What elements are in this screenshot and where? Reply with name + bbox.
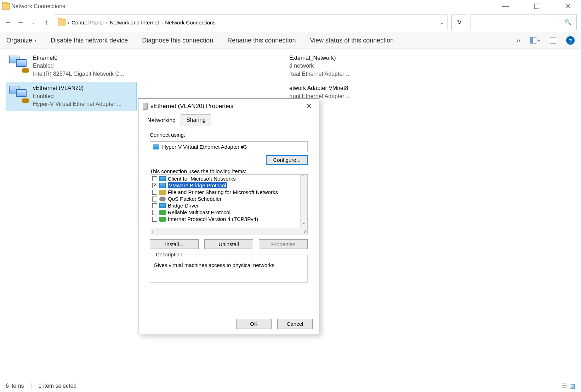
breadcrumb-history-dropdown[interactable]: ⌄ xyxy=(440,19,444,25)
tab-sharing[interactable]: Sharing xyxy=(181,114,211,126)
network-connections-icon xyxy=(2,3,10,10)
tab-networking[interactable]: Networking xyxy=(142,115,181,126)
gear-icon xyxy=(159,197,166,201)
breadcrumb-icon xyxy=(58,19,65,25)
cancel-button[interactable]: Cancel xyxy=(277,319,313,329)
connect-using-value: Hyper-V Virtual Ethernet Adapter #3 xyxy=(162,144,247,150)
checkbox[interactable] xyxy=(152,203,157,208)
connection-status: Enabled xyxy=(33,92,122,100)
connection-device: rtual Ethernet Adapter ... xyxy=(289,70,351,78)
checkbox[interactable] xyxy=(152,210,157,215)
breadcrumb-bar[interactable]: › Control Panel › Network and Internet ›… xyxy=(54,15,448,30)
icons-view-button[interactable]: ▦ xyxy=(569,382,575,390)
list-item[interactable]: Client for Microsoft Networks xyxy=(150,175,307,182)
connection-item-vlan20[interactable]: vEthernet (VLAN20) Enabled Hyper-V Virtu… xyxy=(6,82,137,110)
minimize-button[interactable]: — xyxy=(498,2,513,11)
list-item-label: Client for Microsoft Networks xyxy=(168,176,236,182)
uninstall-button[interactable]: Uninstall xyxy=(204,239,253,249)
connection-items-list[interactable]: Client for Microsoft Networks✔VMware Bri… xyxy=(150,174,308,234)
nav-row: ← → ⌄ ↑ › Control Panel › Network and In… xyxy=(0,13,581,32)
dialog-titlebar[interactable]: vEthernet (VLAN20) Properties ✕ xyxy=(138,99,319,114)
organize-menu[interactable]: Organize ▾ xyxy=(6,37,36,44)
breadcrumb-sep-icon: › xyxy=(68,19,69,25)
list-item[interactable]: Reliable Multicast Protocol xyxy=(150,209,307,216)
connection-name: vEthernet (VLAN20) xyxy=(33,84,122,92)
list-item-label: Reliable Multicast Protocol xyxy=(168,209,230,215)
connection-name: Ethernet0 xyxy=(33,54,124,62)
list-item[interactable]: Internet Protocol Version 4 (TCP/IPv4) xyxy=(150,216,307,222)
view-options-button[interactable]: ▾ xyxy=(530,37,540,44)
connection-device: Hyper-V Virtual Ethernet Adapter ... xyxy=(33,100,122,108)
green-icon xyxy=(159,210,166,215)
breadcrumb-crumb[interactable]: Control Panel xyxy=(72,19,104,25)
scroll-up-icon[interactable]: ˄ xyxy=(303,175,305,180)
adapter-icon xyxy=(143,103,148,110)
command-bar: Organize ▾ Disable this network device D… xyxy=(0,32,581,49)
scroll-right-icon[interactable]: › xyxy=(304,228,306,234)
search-input[interactable]: 🔍 xyxy=(471,15,577,30)
chevron-down-icon: ▾ xyxy=(538,38,540,43)
adapter-icon xyxy=(153,144,159,149)
connect-using-label: Connect using: xyxy=(150,132,308,138)
list-item[interactable]: QoS Packet Scheduler xyxy=(150,195,307,202)
close-window-button[interactable]: ✕ xyxy=(560,2,575,11)
network-adapter-icon xyxy=(8,54,29,73)
connect-using-field[interactable]: Hyper-V Virtual Ethernet Adapter #3 xyxy=(150,141,308,152)
ok-button[interactable]: OK xyxy=(236,319,272,329)
main-area: Ethernet0 Enabled Intel(R) 82574L Gigabi… xyxy=(0,49,581,380)
breadcrumb-crumb[interactable]: Network and Internet xyxy=(110,19,159,25)
diagnose-connection-button[interactable]: Diagnose this connection xyxy=(142,37,213,44)
up-button[interactable]: ↑ xyxy=(42,18,50,27)
recent-dropdown[interactable]: ⌄ xyxy=(30,20,38,25)
connection-item-external-network[interactable]: External_Network) d network rtual Ethern… xyxy=(289,52,420,80)
dialog-close-button[interactable]: ✕ xyxy=(303,102,315,111)
connection-device: Intel(R) 82574L Gigabit Network C... xyxy=(33,70,124,78)
checkbox[interactable] xyxy=(152,197,157,201)
list-item-label: QoS Packet Scheduler xyxy=(168,196,222,202)
green-icon xyxy=(159,217,166,222)
monitor-icon xyxy=(159,203,166,208)
refresh-button[interactable]: ↻ xyxy=(451,15,467,30)
scrollbar-vertical[interactable]: ˄ ˅ xyxy=(300,175,307,228)
view-options-icon xyxy=(530,37,536,44)
scroll-left-icon[interactable]: ‹ xyxy=(152,228,153,234)
checkbox[interactable] xyxy=(152,176,157,181)
description-group: Description Gives virtual machines acces… xyxy=(150,255,308,283)
search-icon: 🔍 xyxy=(565,19,571,25)
checkbox[interactable]: ✔ xyxy=(152,183,157,188)
configure-button[interactable]: Configure... xyxy=(266,155,308,165)
list-item-label: Internet Protocol Version 4 (TCP/IPv4) xyxy=(168,216,258,222)
rename-connection-button[interactable]: Rename this connection xyxy=(227,37,296,44)
scroll-down-icon[interactable]: ˅ xyxy=(303,222,305,228)
forward-button[interactable]: → xyxy=(17,18,25,27)
dialog-title: vEthernet (VLAN20) Properties xyxy=(150,103,233,110)
list-item[interactable]: File and Printer Sharing for Microsoft N… xyxy=(150,189,307,195)
status-item-count: 6 items xyxy=(6,383,24,389)
install-button[interactable]: Install... xyxy=(150,239,199,249)
list-item[interactable]: Bridge Driver xyxy=(150,202,307,209)
scrollbar-horizontal[interactable]: ‹ › xyxy=(150,228,307,234)
maximize-button[interactable]: ☐ xyxy=(529,2,544,11)
help-button[interactable]: ? xyxy=(566,36,575,45)
overflow-menu[interactable]: » xyxy=(517,37,520,44)
preview-pane-button[interactable] xyxy=(550,37,556,44)
list-item-label: File and Printer Sharing for Microsoft N… xyxy=(168,189,278,195)
network-adapter-icon xyxy=(8,84,29,103)
breadcrumb-crumb[interactable]: Network Connections xyxy=(165,19,216,25)
connection-name: etwork Adapter VMnet8 xyxy=(289,84,351,92)
checkbox[interactable] xyxy=(152,190,157,195)
list-item[interactable]: ✔VMware Bridge Protocol xyxy=(150,182,307,189)
connection-status: d network xyxy=(289,62,351,70)
disable-device-button[interactable]: Disable this network device xyxy=(51,37,128,44)
back-button[interactable]: ← xyxy=(4,18,12,27)
details-view-button[interactable]: ☰ xyxy=(562,382,567,390)
checkbox[interactable] xyxy=(152,217,157,222)
items-label: This connection uses the following items… xyxy=(150,168,308,174)
chevron-down-icon: ▾ xyxy=(34,38,36,43)
view-status-button[interactable]: View status of this connection xyxy=(310,37,394,44)
properties-dialog: vEthernet (VLAN20) Properties ✕ Networki… xyxy=(138,98,319,334)
properties-button: Properties xyxy=(259,239,308,249)
window-titlebar: Network Connections — ☐ ✕ xyxy=(0,0,581,13)
breadcrumb-sep-icon: › xyxy=(161,19,163,25)
connection-item-ethernet0[interactable]: Ethernet0 Enabled Intel(R) 82574L Gigabi… xyxy=(6,52,137,80)
